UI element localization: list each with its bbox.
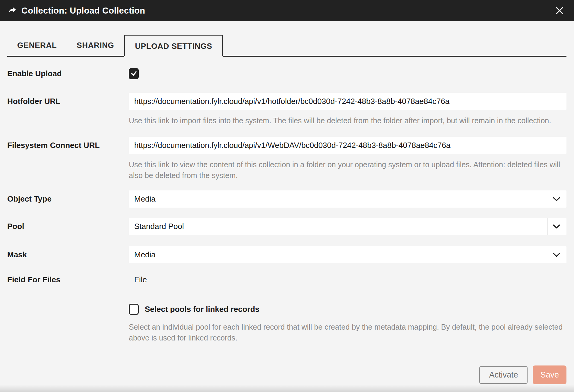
select-pools-help: Select an individual pool for each linke… [129,321,566,343]
object-type-select[interactable]: Media [129,190,566,208]
tab-upload-settings[interactable]: UPLOAD SETTINGS [124,35,223,57]
chevron-down-icon [553,224,560,229]
hotfolder-url-input[interactable] [129,93,566,110]
field-for-files-label: Field For Files [7,274,129,285]
mask-value: Media [134,250,156,259]
pool-select[interactable]: Standard Pool [129,218,566,235]
pool-label: Pool [7,218,129,235]
tab-general[interactable]: GENERAL [7,35,67,56]
checkmark-icon [130,70,138,77]
save-button[interactable]: Save [533,365,566,384]
mask-select[interactable]: Media [129,246,566,263]
hotfolder-url-help: Use this link to import files into the s… [129,115,566,126]
tab-sharing[interactable]: SHARING [67,35,124,56]
mask-label: Mask [7,246,129,263]
select-pools-label: Select pools for linked records [145,305,259,314]
field-for-files-value: File [129,274,566,285]
share-arrow-icon [8,6,17,15]
select-pools-checkbox[interactable] [129,304,139,315]
chevron-down-icon [553,252,560,257]
close-icon[interactable] [553,4,566,17]
object-type-value: Media [134,194,156,204]
activate-button[interactable]: Activate [479,366,528,384]
upload-settings-form: Enable Upload Hotfolder URL Use this lin… [0,68,574,343]
footer-actions: Activate Save [479,365,566,384]
modal-title: Collection: Upload Collection [21,6,145,16]
filesystem-connect-url-input[interactable] [129,137,566,154]
enable-upload-checkbox[interactable] [129,68,139,79]
bottom-shadow [0,385,574,392]
select-divider [547,218,548,235]
modal-header: Collection: Upload Collection [0,0,574,21]
pool-value: Standard Pool [134,222,184,231]
filesystem-connect-url-help: Use this link to view the content of thi… [129,159,566,181]
chevron-down-icon [553,197,560,202]
hotfolder-url-label: Hotfolder URL [7,93,129,110]
enable-upload-label: Enable Upload [7,68,129,79]
filesystem-connect-url-label: Filesystem Connect URL [7,137,129,154]
object-type-label: Object Type [7,190,129,208]
tab-bar: GENERAL SHARING UPLOAD SETTINGS [7,35,566,57]
